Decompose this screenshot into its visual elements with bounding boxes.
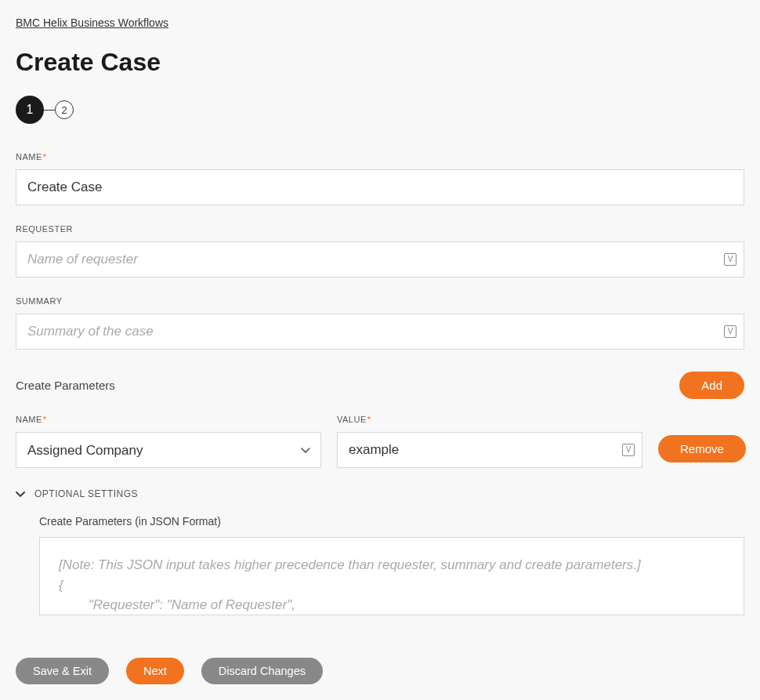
create-parameters-heading: Create Parameters (16, 379, 115, 392)
param-value-label: VALUE* (337, 415, 642, 424)
step-connector (44, 110, 55, 111)
step-2[interactable]: 2 (55, 100, 74, 119)
next-button[interactable]: Next (126, 658, 184, 684)
optional-settings-toggle[interactable]: OPTIONAL SETTINGS (16, 487, 744, 501)
param-value-input[interactable] (337, 432, 642, 468)
summary-label: SUMMARY (16, 296, 744, 306)
discard-button[interactable]: Discard Changes (201, 658, 323, 684)
stepper: 1 2 (16, 96, 744, 124)
step-1[interactable]: 1 (16, 96, 44, 124)
breadcrumb[interactable]: BMC Helix Business Workflows (16, 16, 168, 29)
json-params-textarea[interactable] (39, 537, 744, 615)
variable-picker-icon[interactable]: V (622, 444, 635, 456)
required-asterisk: * (43, 415, 47, 424)
parameter-row: NAME* Assigned Company VALUE* V Remove (16, 415, 744, 468)
add-button[interactable]: Add (679, 372, 744, 399)
summary-input[interactable] (16, 314, 744, 350)
name-label: NAME* (16, 152, 744, 161)
footer-actions: Save & Exit Next Discard Changes (16, 658, 323, 684)
required-asterisk: * (367, 415, 371, 424)
remove-button[interactable]: Remove (658, 435, 746, 462)
variable-picker-icon[interactable]: V (724, 253, 736, 266)
variable-picker-icon[interactable]: V (724, 325, 736, 338)
optional-settings-label: OPTIONAL SETTINGS (34, 488, 138, 499)
chevron-down-icon (16, 487, 25, 501)
name-input[interactable] (16, 169, 744, 205)
required-asterisk: * (43, 152, 47, 161)
json-params-label: Create Parameters (in JSON Format) (39, 515, 744, 528)
requester-input[interactable] (16, 241, 744, 277)
param-name-label: NAME* (16, 415, 321, 424)
requester-label: REQUESTER (16, 224, 744, 234)
save-exit-button[interactable]: Save & Exit (16, 658, 109, 684)
param-name-select[interactable]: Assigned Company (16, 432, 321, 468)
page-title: Create Case (16, 48, 744, 77)
